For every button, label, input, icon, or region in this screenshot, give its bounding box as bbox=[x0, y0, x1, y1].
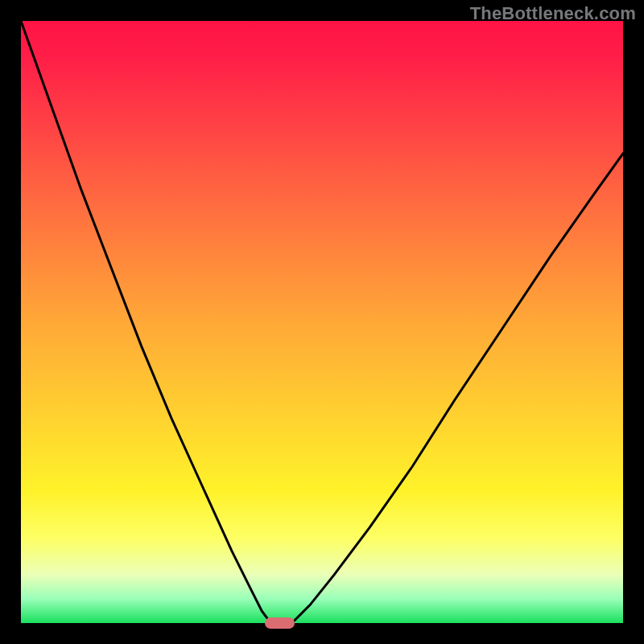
chart-frame: TheBottleneck.com bbox=[0, 0, 644, 644]
plot-area bbox=[21, 21, 623, 623]
optimal-range-marker bbox=[265, 617, 295, 629]
bottleneck-curve bbox=[21, 21, 623, 623]
curve-right-branch bbox=[292, 154, 623, 623]
watermark-text: TheBottleneck.com bbox=[470, 3, 636, 24]
curve-left-branch bbox=[21, 21, 270, 623]
